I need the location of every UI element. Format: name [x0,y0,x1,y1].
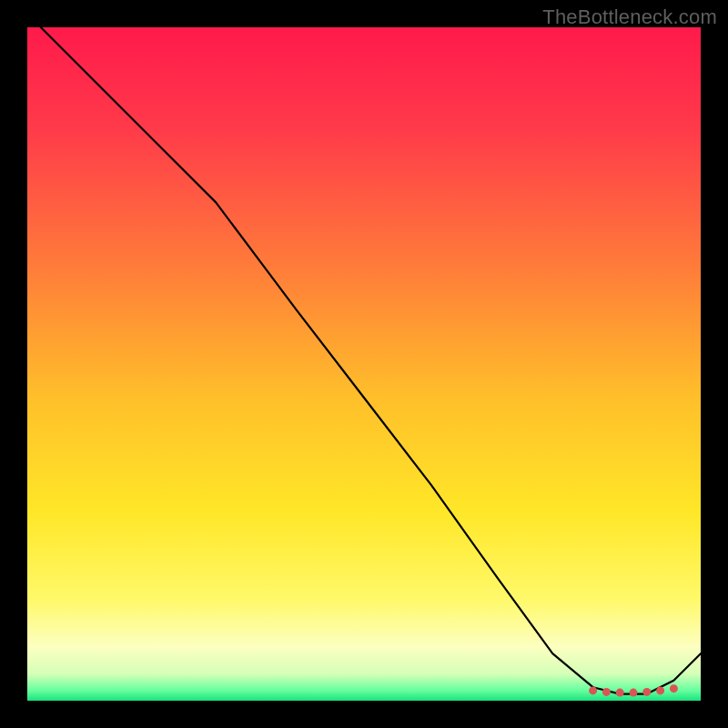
marker-dot [616,689,624,697]
chart-svg [27,27,701,701]
chart-background [27,27,701,701]
marker-dot [589,686,597,694]
marker-dot [630,689,638,697]
marker-dot [670,684,678,693]
chart-plot-area [27,27,701,701]
marker-dot [602,688,611,696]
marker-dot [642,688,651,696]
chart-frame: TheBottleneck.com [0,0,728,728]
watermark-label: TheBottleneck.com [542,5,717,29]
marker-dot [656,686,664,694]
